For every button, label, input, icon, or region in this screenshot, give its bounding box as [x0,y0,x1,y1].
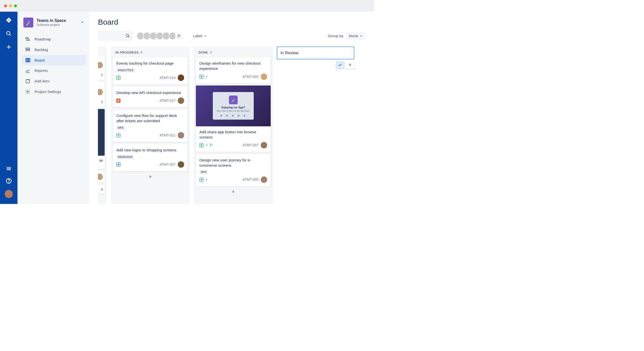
nav-settings[interactable]: Project Settings [22,86,86,97]
board-card[interactable]: Add new logos to shopping screens REDESI… [113,144,188,171]
project-type: Software project [36,23,77,27]
svg-point-0 [7,31,10,35]
story-icon [199,178,203,182]
column-title: DONE [198,51,208,54]
svg-point-22 [126,34,129,37]
story-icon [116,133,120,137]
groupby-label: Group by [328,34,343,38]
search-icon[interactable] [6,30,12,37]
card-tag: REDESIGN [116,155,134,159]
project-switcher[interactable]: Teams in Space Software project [22,18,86,32]
new-column-name-input[interactable] [277,47,354,59]
issue-key: ATMT-014 [159,76,176,80]
task-icon [116,162,120,166]
groupby-value: None [349,34,358,38]
chevron-down-icon [81,20,84,24]
jira-logo-icon[interactable] [6,17,12,23]
card-tag: NPS [116,125,125,130]
create-icon[interactable] [6,44,12,50]
project-name: Teams in Space [36,18,77,23]
assignee-avatar [178,132,184,139]
story-icon [116,76,120,80]
svg-rect-12 [26,48,30,49]
issue-key: ATMT-017 [159,99,176,103]
board-card[interactable]: Events tracking for checkout page ANALYT… [113,57,188,84]
issue-key: ATMT-007 [159,162,176,166]
window-close-button[interactable] [4,4,7,7]
column-count: 3 [210,51,212,54]
board-column-partial: 9 3 se 2 n [98,47,107,204]
svg-point-8 [9,182,9,183]
svg-point-24 [178,35,179,36]
card-partial[interactable]: 2 [98,171,105,183]
assignee-avatar [261,177,267,183]
board-card[interactable]: Configure new flow for support desk afte… [113,109,188,142]
groupby-select[interactable]: None [346,32,366,40]
svg-rect-16 [29,58,30,62]
cancel-column-button[interactable] [346,61,354,69]
board-card[interactable]: Design new user journey for e-commerce s… [196,154,271,186]
menu-icon[interactable] [6,165,12,172]
board-search[interactable] [98,31,133,41]
label-filter[interactable]: Label [193,34,207,38]
project-sidebar: Teams in Space Software project Roadmap … [18,12,89,204]
column-count: 4 [140,51,142,54]
card-title: Configure new flow for support desk afte… [116,113,184,123]
card-partial[interactable] [98,109,105,156]
add-card-button[interactable]: + [113,171,188,181]
assignee-avatar [178,161,184,168]
project-icon [23,18,33,28]
issue-key: ATMT-007 [243,143,259,147]
nav-label: Project Settings [34,90,61,94]
card-partial[interactable]: n [98,185,105,193]
issue-key: ATMT-005 [243,178,259,182]
issue-key: ATMT-002 [243,75,259,79]
global-nav [0,12,18,204]
card-partial[interactable]: 3 [98,82,105,107]
svg-line-1 [10,34,11,36]
nav-backlog[interactable]: Backlog [22,45,86,55]
window-minimize-button[interactable] [9,4,12,7]
board-card[interactable]: Design wireframes for new checkout exper… [196,57,271,83]
assignee-filter[interactable] [137,32,183,40]
card-title: Design wireframes for new checkout exper… [199,61,267,71]
svg-point-27 [233,99,234,100]
done-check-icon: ✓ [205,178,208,182]
nav-add-item[interactable]: Add item [22,76,86,86]
profile-avatar[interactable] [5,190,13,198]
board-card[interactable]: Develop new API checkout experience ATMT… [113,86,188,107]
main-content: Board Label [89,12,374,204]
card-title: Add new logos to shopping screens [116,148,184,153]
bug-icon [116,99,120,103]
done-check-icon: ✓ [205,75,208,78]
add-people-button[interactable] [175,32,183,40]
card-title: Develop new API checkout experience [116,90,184,95]
branch-icon [210,143,213,147]
nav-reports[interactable]: Reports [22,65,86,76]
new-column-form [277,47,354,204]
issue-key: ATMT-011 [159,133,176,137]
card-tag: NPS [199,170,208,174]
card-partial[interactable]: 9 [98,55,105,80]
svg-rect-15 [27,58,28,62]
card-partial[interactable]: se [98,156,105,169]
board-toolbar: Label Group by None [98,31,365,41]
svg-point-29 [210,146,211,146]
svg-line-23 [129,36,130,37]
board-column-in-progress: IN PROGRESS 4 Events tracking for checko… [111,47,190,204]
svg-point-28 [210,144,211,144]
window-maximize-button[interactable] [14,4,17,7]
column-title: IN PROGRESS [115,51,139,54]
board-column-done: DONE 3 Design wireframes for new checkou… [194,47,273,204]
done-check-icon: ✓ [205,143,208,147]
assignee-avatar [178,97,184,104]
page-title: Board [98,18,365,26]
board-card[interactable]: Enjoying our App? Tap a star to rate it … [196,85,271,152]
add-card-button[interactable]: + [196,187,271,196]
window-titlebar [0,0,374,12]
nav-board[interactable]: Board [22,55,86,65]
confirm-column-button[interactable] [336,61,344,69]
svg-rect-14 [26,58,27,62]
help-icon[interactable] [6,178,12,184]
nav-roadmap[interactable]: Roadmap [22,34,86,45]
